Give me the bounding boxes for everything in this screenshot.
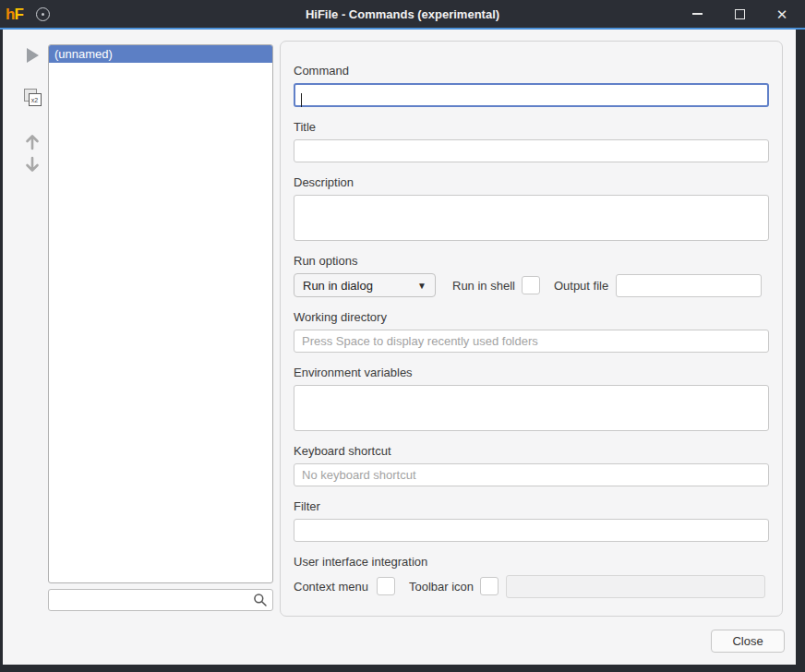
app-logo: hF <box>6 6 23 22</box>
close-window-button[interactable]: ✕ <box>772 4 792 24</box>
run-mode-value: Run in dialog <box>303 279 373 293</box>
toolbar-icon-input[interactable] <box>506 575 765 598</box>
toolbar-icon-label: Toolbar icon <box>409 580 474 594</box>
environment-variables-textarea[interactable] <box>294 385 769 431</box>
dialog-content: x2 (unnamed) Command Tit <box>3 30 796 665</box>
keyboard-shortcut-input[interactable] <box>294 463 769 486</box>
ui-integration-row: Context menu Toolbar icon <box>294 574 769 598</box>
move-up-button[interactable] <box>19 133 45 150</box>
command-label: Command <box>294 64 769 78</box>
arrow-down-icon <box>24 156 41 174</box>
list-search <box>48 589 273 611</box>
run-in-shell-checkbox[interactable] <box>522 276 540 294</box>
search-icon <box>253 593 268 607</box>
keyboard-shortcut-label: Keyboard shortcut <box>294 444 769 459</box>
maximize-button[interactable] <box>729 4 750 24</box>
arrow-up-icon <box>24 133 41 150</box>
title-label: Title <box>294 120 769 135</box>
chevron-down-icon: ▼ <box>417 281 427 291</box>
title-input[interactable] <box>294 139 769 162</box>
window-controls: ✕ <box>687 4 805 24</box>
minimize-button[interactable] <box>687 4 707 24</box>
context-menu-label: Context menu <box>294 580 368 594</box>
list-item[interactable]: (unnamed) <box>49 45 272 63</box>
run-options-row: Run in dialog ▼ Run in shell Output file <box>294 273 769 297</box>
command-list[interactable]: (unnamed) <box>48 44 273 583</box>
environment-variables-label: Environment variables <box>294 366 769 380</box>
run-options-label: Run options <box>294 254 769 269</box>
search-input[interactable] <box>48 589 273 611</box>
app-window: hF HiFile - Commands (experimental) ✕ x2 <box>0 0 805 672</box>
filter-label: Filter <box>294 499 769 514</box>
window-title: HiFile - Commands (experimental) <box>0 7 805 21</box>
command-form-panel: Command Title Description Run options Ru… <box>280 41 783 617</box>
toolbar-icon-checkbox[interactable] <box>480 577 499 595</box>
working-directory-label: Working directory <box>294 310 769 325</box>
ui-integration-label: User interface integration <box>294 555 769 570</box>
command-input[interactable] <box>294 83 769 107</box>
filter-input[interactable] <box>294 519 769 542</box>
duplicate-icon: x2 <box>24 89 42 106</box>
run-in-shell-label: Run in shell <box>452 279 515 293</box>
description-label: Description <box>294 175 769 190</box>
run-mode-select[interactable]: Run in dialog ▼ <box>294 273 436 297</box>
duplicate-command-button[interactable]: x2 <box>19 89 45 106</box>
maximize-icon <box>735 9 745 19</box>
text-caret <box>301 93 302 107</box>
working-directory-input[interactable] <box>294 330 769 353</box>
context-menu-checkbox[interactable] <box>377 577 395 595</box>
description-textarea[interactable] <box>294 195 769 241</box>
minimize-icon <box>692 13 703 15</box>
run-command-button[interactable] <box>19 48 45 63</box>
output-file-label: Output file <box>554 279 608 293</box>
close-button[interactable]: Close <box>711 630 785 653</box>
titlebar: hF HiFile - Commands (experimental) ✕ <box>0 0 805 28</box>
window-menu-icon[interactable] <box>36 7 50 21</box>
play-icon <box>27 48 39 63</box>
output-file-input[interactable] <box>616 274 762 297</box>
move-down-button[interactable] <box>19 156 45 174</box>
